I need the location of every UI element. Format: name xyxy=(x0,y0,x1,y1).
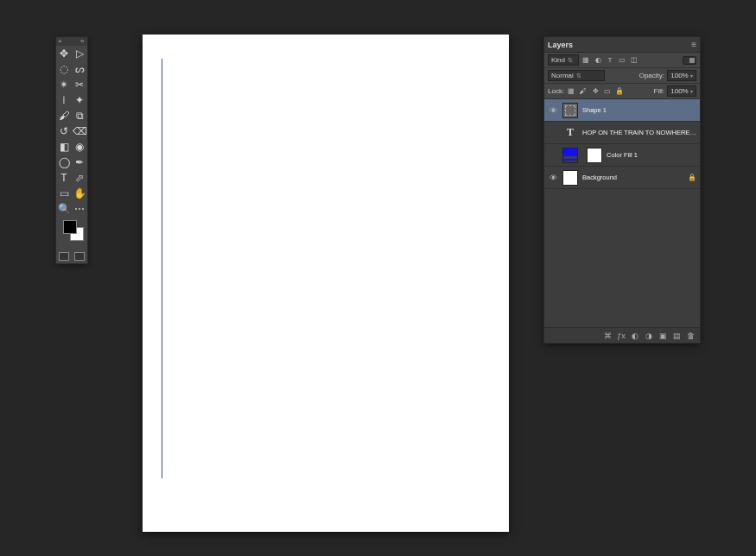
opacity-input[interactable]: 100% ▾ xyxy=(667,70,696,81)
shape-1-line[interactable] xyxy=(162,59,162,478)
zoom-tool[interactable]: 🔍 xyxy=(56,201,72,217)
mask-thumb xyxy=(587,148,602,163)
clone-tool[interactable]: ⧉ xyxy=(72,108,87,123)
new-layer-icon[interactable]: ▤ xyxy=(672,332,681,340)
blend-mode-select[interactable]: Normal ⇅ xyxy=(548,70,605,81)
marquee-icon: ◌ xyxy=(60,64,68,74)
layers-tab-label[interactable]: Layers xyxy=(548,41,573,49)
group-icon[interactable]: ▣ xyxy=(658,332,667,340)
path-select-tool[interactable]: ⬀ xyxy=(72,170,87,186)
link-layers-icon[interactable]: ⌘ xyxy=(603,332,612,340)
layers-tabbar[interactable]: Layers ≡ xyxy=(544,37,700,53)
lock-artboard-icon[interactable]: ▭ xyxy=(603,87,612,95)
blur-icon: ◉ xyxy=(75,142,84,152)
foreground-swatch[interactable] xyxy=(63,220,77,234)
history-brush-icon: ↺ xyxy=(60,126,68,136)
type-tool[interactable]: T xyxy=(56,170,72,186)
hand-tool[interactable]: ✋ xyxy=(72,186,87,201)
filter-kind-select[interactable]: Kind ⇅ xyxy=(548,54,579,66)
document-canvas[interactable] xyxy=(143,35,509,532)
delete-layer-icon[interactable]: 🗑 xyxy=(686,332,695,340)
spot-heal-tool[interactable]: ✦ xyxy=(72,92,87,108)
eyedropper-icon: ⁞ xyxy=(62,95,66,105)
visibility-toggle[interactable]: 👁 xyxy=(548,174,558,182)
filter-toggle[interactable] xyxy=(683,56,696,65)
type-icon: T xyxy=(60,173,67,183)
path-select-icon: ⬀ xyxy=(75,173,84,183)
filter-shape-icon[interactable]: ▭ xyxy=(618,56,626,65)
lock-position-icon[interactable]: ✥ xyxy=(591,87,600,95)
filter-adjust-icon[interactable]: ◐ xyxy=(594,56,602,65)
layer-row[interactable]: Color Fill 1 xyxy=(544,144,700,167)
artboard-icon: ▷ xyxy=(76,48,84,59)
eyedropper-tool[interactable]: ⁞ xyxy=(56,92,72,108)
filter-type-icon[interactable]: T xyxy=(606,56,614,65)
screenmode-button[interactable] xyxy=(74,252,85,261)
quickmask-button[interactable] xyxy=(59,252,69,261)
history-brush-tool[interactable]: ↺ xyxy=(56,123,72,139)
rectangle-icon: ▭ xyxy=(60,188,69,199)
layer-name[interactable]: Color Fill 1 xyxy=(607,151,696,159)
move-tool[interactable]: ✥ xyxy=(56,46,72,61)
layers-lock-row: Lock: ▦ 🖌 ✥ ▭ 🔒 Fill: 100% ▾ xyxy=(544,84,700,99)
layer-name[interactable]: Background xyxy=(582,174,683,181)
extra-icon: ⋯ xyxy=(74,204,85,214)
select-arrows-icon: ⇅ xyxy=(568,57,571,64)
fill-input[interactable]: 100% ▾ xyxy=(667,85,696,97)
layers-filter-row: Kind ⇅ ▦ ◐ T ▭ ◫ xyxy=(544,53,700,68)
lasso-icon: ᔕ xyxy=(75,64,85,74)
type-layer-icon: T xyxy=(562,125,578,141)
dodge-icon: ◯ xyxy=(59,157,70,167)
brush-tool[interactable]: 🖌 xyxy=(56,108,72,123)
layer-name[interactable]: HOP ON THE TRAIN TO NOWHERE BABY xyxy=(582,129,696,136)
chevron-down-icon: ▾ xyxy=(690,88,693,94)
toolbox-header[interactable]: × » xyxy=(56,37,87,46)
toolbox-grid: ✥▷◌ᔕ✴✂⁞✦🖌⧉↺⌫◧◉◯✒T⬀▭✋🔍⋯ xyxy=(56,46,87,217)
close-icon[interactable]: × xyxy=(58,39,63,44)
dodge-tool[interactable]: ◯ xyxy=(56,155,72,170)
blend-mode-label: Normal xyxy=(551,72,574,79)
fill-value: 100% xyxy=(670,87,688,95)
clone-icon: ⧉ xyxy=(76,111,84,121)
layer-name[interactable]: Shape 1 xyxy=(582,106,696,114)
filter-smart-icon[interactable]: ◫ xyxy=(630,56,638,65)
extra-tool[interactable]: ⋯ xyxy=(72,201,87,217)
select-arrows-icon: ⇅ xyxy=(576,73,580,79)
blur-tool[interactable]: ◉ xyxy=(72,139,87,155)
brush-icon: 🖌 xyxy=(59,111,69,121)
panel-menu-icon[interactable]: ≡ xyxy=(691,40,696,49)
magic-wand-tool[interactable]: ✴ xyxy=(56,77,72,92)
chevron-down-icon: ▾ xyxy=(690,73,693,79)
visibility-toggle[interactable]: 👁 xyxy=(548,106,558,115)
hand-icon: ✋ xyxy=(73,188,86,199)
rectangle-tool[interactable]: ▭ xyxy=(56,186,72,201)
move-icon: ✥ xyxy=(60,48,68,59)
eraser-tool[interactable]: ⌫ xyxy=(72,123,87,139)
collapse-icon[interactable]: » xyxy=(80,39,86,44)
layers-panel: Layers ≡ Kind ⇅ ▦ ◐ T ▭ ◫ Normal ⇅ Opaci… xyxy=(543,36,701,344)
marquee-tool[interactable]: ◌ xyxy=(56,61,72,77)
lock-icon: 🔒 xyxy=(688,174,696,181)
color-swatches[interactable] xyxy=(56,217,87,250)
lock-all-icon[interactable]: 🔒 xyxy=(615,87,624,95)
filter-icons: ▦ ◐ T ▭ ◫ xyxy=(581,56,638,65)
layer-row[interactable]: 👁Background🔒 xyxy=(544,167,700,189)
adjustment-layer-icon[interactable]: ◑ xyxy=(645,332,653,340)
crop-tool[interactable]: ✂ xyxy=(72,77,87,92)
filter-kind-label: Kind xyxy=(551,56,565,64)
gradient-tool[interactable]: ◧ xyxy=(56,139,72,155)
layer-thumb xyxy=(562,170,578,186)
layer-row[interactable]: THOP ON THE TRAIN TO NOWHERE BABY xyxy=(544,122,700,144)
lasso-tool[interactable]: ᔕ xyxy=(72,61,87,77)
fill-label: Fill: xyxy=(654,87,664,95)
layer-mask-icon[interactable]: ◐ xyxy=(631,332,639,340)
layer-row[interactable]: 👁Shape 1 xyxy=(544,99,700,122)
lock-pixels-icon[interactable]: 🖌 xyxy=(579,87,588,95)
lock-transparency-icon[interactable]: ▦ xyxy=(567,87,575,95)
pen-tool[interactable]: ✒ xyxy=(72,155,87,170)
layer-fx-icon[interactable]: ƒx xyxy=(617,332,626,340)
toolbox-footer xyxy=(56,250,87,263)
artboard-tool[interactable]: ▷ xyxy=(72,46,87,61)
filter-pixel-icon[interactable]: ▦ xyxy=(581,56,590,65)
fill-thumb xyxy=(562,148,578,163)
